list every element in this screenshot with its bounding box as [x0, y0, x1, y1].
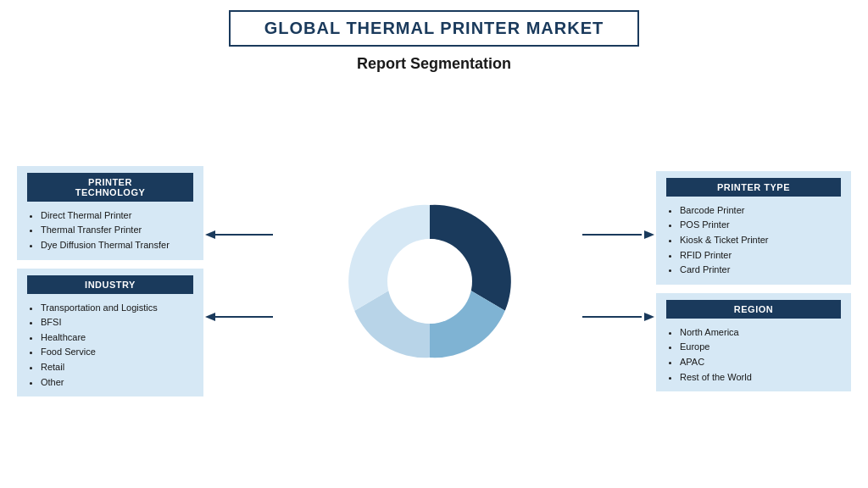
industry-list: Transportation and Logistics BFSI Health… — [27, 301, 193, 391]
list-item: Direct Thermal Printer — [41, 208, 193, 224]
arrow-right-bottom — [582, 311, 654, 323]
list-item: Europe — [680, 340, 841, 355]
list-item: Healthcare — [41, 330, 193, 346]
right-column: PRINTER TYPE Barcode Printer POS Printer… — [656, 171, 851, 391]
region-list: North America Europe APAC Rest of the Wo… — [666, 325, 841, 385]
printer-technology-list: Direct Thermal Printer Thermal Transfer … — [27, 208, 193, 253]
list-item: Other — [41, 375, 193, 391]
list-item: Card Printer — [680, 263, 841, 278]
arrow-right-top — [582, 229, 654, 241]
donut-chart — [337, 188, 523, 374]
chart-center — [387, 239, 472, 324]
page-title: GLOBAL THERMAL PRINTER MARKET — [264, 19, 604, 38]
svg-marker-1 — [205, 230, 215, 239]
title-box: GLOBAL THERMAL PRINTER MARKET — [229, 10, 639, 47]
printer-type-header: PRINTER TYPE — [666, 178, 841, 197]
list-item: Rest of the World — [680, 370, 841, 385]
subtitle: Report Segmentation — [357, 55, 511, 73]
list-item: Transportation and Logistics — [41, 301, 193, 316]
list-item: Retail — [41, 360, 193, 375]
industry-header: INDUSTRY — [27, 275, 193, 294]
printer-type-box: PRINTER TYPE Barcode Printer POS Printer… — [656, 171, 851, 285]
region-header: REGION — [666, 300, 841, 319]
list-item: Kiosk & Ticket Printer — [680, 233, 841, 248]
printer-type-list: Barcode Printer POS Printer Kiosk & Tick… — [666, 203, 841, 278]
content-area: PRINTERTECHNOLOGY Direct Thermal Printer… — [17, 83, 851, 480]
center-area — [203, 146, 656, 417]
list-item: POS Printer — [680, 218, 841, 233]
svg-marker-7 — [644, 313, 654, 321]
left-column: PRINTERTECHNOLOGY Direct Thermal Printer… — [17, 166, 203, 396]
arrow-left-top — [205, 229, 277, 241]
page: GLOBAL THERMAL PRINTER MARKET Report Seg… — [0, 0, 868, 488]
printer-technology-box: PRINTERTECHNOLOGY Direct Thermal Printer… — [17, 166, 203, 260]
list-item: Food Service — [41, 345, 193, 360]
list-item: RFID Printer — [680, 248, 841, 263]
list-item: North America — [680, 325, 841, 341]
svg-marker-5 — [644, 230, 654, 239]
list-item: Barcode Printer — [680, 203, 841, 219]
industry-box: INDUSTRY Transportation and Logistics BF… — [17, 269, 203, 397]
arrow-left-bottom — [205, 311, 277, 323]
list-item: APAC — [680, 355, 841, 370]
list-item: BFSI — [41, 315, 193, 330]
list-item: Thermal Transfer Printer — [41, 223, 193, 238]
donut-svg — [337, 188, 523, 374]
svg-marker-3 — [205, 313, 215, 321]
region-box: REGION North America Europe APAC Rest of… — [656, 293, 851, 391]
printer-technology-header: PRINTERTECHNOLOGY — [27, 173, 193, 202]
list-item: Dye Diffusion Thermal Transfer — [41, 238, 193, 253]
